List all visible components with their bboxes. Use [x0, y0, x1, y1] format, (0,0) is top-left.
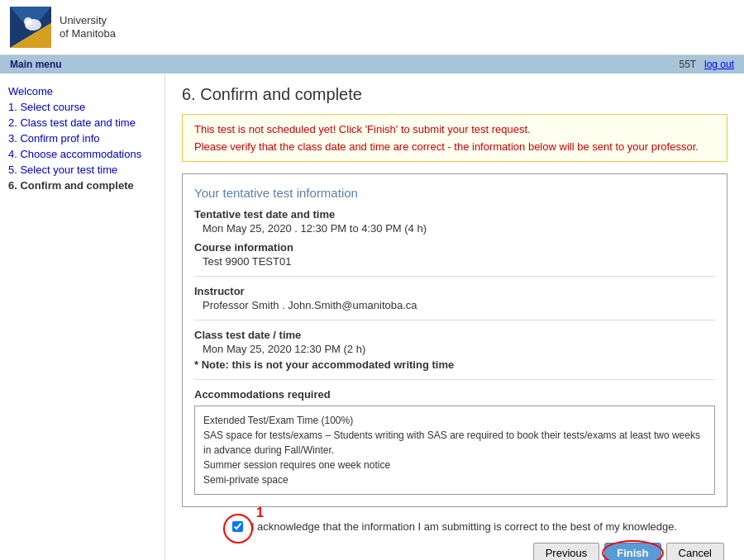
logo-line1: University — [60, 14, 116, 27]
tentative-label: Tentative test date and time — [194, 208, 715, 221]
svg-point-5 — [24, 17, 32, 26]
test-info-section: Your tentative test information Tentativ… — [182, 173, 727, 507]
warning-line2: Please verify that the class date and ti… — [194, 140, 715, 153]
class-test-note: * Note: this is not your accommodated wr… — [194, 358, 715, 371]
sidebar-item-select-test-time[interactable]: 5. Select your test time — [8, 164, 156, 176]
divider3 — [194, 379, 715, 380]
acknowledge-row: 1 I acknowledge that the information I a… — [182, 520, 727, 533]
accom-item-3: Semi-private space — [203, 472, 706, 487]
warning-box: This test is not scheduled yet! Click 'F… — [182, 114, 727, 162]
sidebar-item-select-course[interactable]: 1. Select course — [8, 101, 156, 113]
class-test-value: Mon May 25, 2020 12:30 PM (2 h) — [194, 343, 715, 355]
course-info-label: Course information — [194, 241, 715, 254]
sidebar-item-confirm-prof[interactable]: 3. Confirm prof info — [8, 132, 156, 145]
tentative-date: Mon May 25, 2020 . 12:30 PM to 4:30 PM (… — [194, 222, 715, 235]
sidebar-item-choose-accom[interactable]: 4. Choose accommodations — [8, 148, 156, 160]
sidebar-item-confirm-complete: 6. Confirm and complete — [8, 179, 156, 192]
sidebar-item-welcome[interactable]: Welcome — [8, 85, 156, 97]
course-info-value: Test 9900 TEST01 — [194, 255, 715, 268]
instructor-value: Professor Smith . John.Smith@umanitoba.c… — [194, 299, 715, 311]
accommodations-box: Extended Test/Exam Time (100%) SAS space… — [194, 406, 715, 495]
main-layout: Welcome 1. Select course 2. Class test d… — [0, 74, 744, 560]
logout-link[interactable]: log out — [704, 59, 734, 70]
divider2 — [194, 320, 715, 320]
accom-item-1: SAS space for tests/exams – Students wri… — [203, 428, 706, 458]
university-logo-icon — [10, 7, 51, 48]
user-session-info: 55T log out — [679, 59, 734, 70]
button-row: Previous Finish Cancel — [182, 543, 727, 560]
instructor-label: Instructor — [194, 285, 715, 297]
warning-line1: This test is not scheduled yet! Click 'F… — [194, 123, 715, 135]
sidebar: Welcome 1. Select course 2. Class test d… — [0, 74, 165, 560]
class-test-label: Class test date / time — [194, 329, 715, 341]
acknowledge-checkbox[interactable] — [232, 521, 243, 532]
acknowledge-text: I acknowledge that the information I am … — [251, 520, 677, 533]
main-menu-label: Main menu — [10, 59, 62, 70]
logo-line2: of Manitoba — [60, 27, 116, 40]
footer-area: 1 I acknowledge that the information I a… — [182, 520, 727, 560]
annotation-number: 1 — [256, 505, 264, 520]
header: University of Manitoba — [0, 0, 744, 55]
previous-button[interactable]: Previous — [533, 543, 600, 560]
sidebar-item-class-test-date[interactable]: 2. Class test date and time — [8, 116, 156, 129]
logo-area: University of Manitoba — [10, 7, 116, 48]
page-title: 6. Confirm and complete — [182, 85, 727, 104]
top-nav-bar: Main menu 55T log out — [0, 55, 744, 74]
cancel-button[interactable]: Cancel — [666, 543, 724, 560]
logo-text: University of Manitoba — [60, 14, 116, 40]
main-content: 6. Confirm and complete This test is not… — [165, 74, 744, 560]
accom-item-2: Summer session requires one week notice — [203, 458, 706, 472]
section-title: Your tentative test information — [194, 186, 715, 200]
accom-item-0: Extended Test/Exam Time (100%) — [203, 413, 706, 428]
accommodations-label: Accommodations required — [194, 388, 715, 401]
session-id: 55T — [679, 59, 695, 70]
divider1 — [194, 276, 715, 277]
finish-button[interactable]: Finish — [604, 543, 661, 560]
